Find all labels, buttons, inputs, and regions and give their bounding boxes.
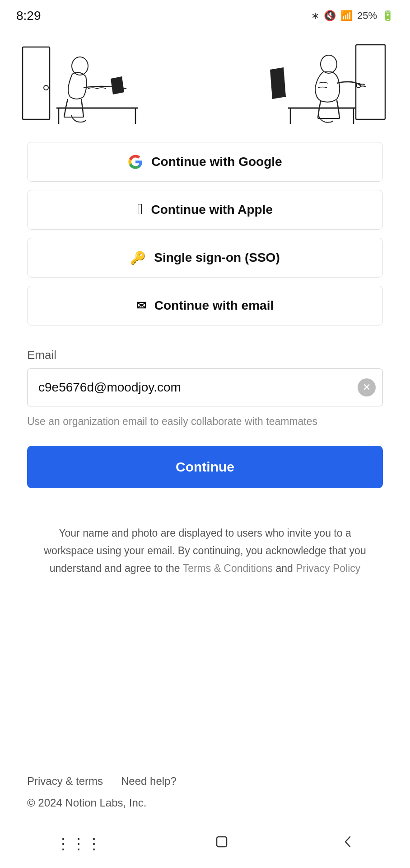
- footer-notice: Your name and photo are displayed to use…: [27, 506, 383, 586]
- main-content: Continue with Google  Continue with App…: [0, 133, 410, 761]
- recents-nav-button[interactable]: ⋮⋮⋮: [42, 830, 115, 857]
- status-bar: 8:29 ∗ 🔇 📶 25% 🔋: [0, 0, 410, 29]
- svg-marker-7: [111, 76, 124, 94]
- key-icon: 🔑: [130, 250, 146, 265]
- sso-button-label: Single sign-on (SSO): [154, 250, 280, 265]
- bluetooth-icon: ∗: [311, 10, 319, 22]
- recents-icon: ⋮⋮⋮: [56, 835, 102, 853]
- privacy-terms-link[interactable]: Privacy & terms: [27, 775, 103, 788]
- email-envelope-icon: ✉: [136, 299, 146, 313]
- back-icon: [342, 833, 354, 854]
- illustration-right-svg: [270, 38, 396, 124]
- svg-rect-9: [356, 45, 385, 119]
- continue-button[interactable]: Continue: [27, 446, 383, 488]
- battery-indicator: 25%: [357, 10, 377, 22]
- email-input[interactable]: [27, 368, 383, 406]
- email-section: Email ✕ Use an organization email to eas…: [27, 348, 383, 506]
- wifi-icon: 📶: [340, 10, 353, 22]
- home-icon: [213, 833, 230, 854]
- need-help-link[interactable]: Need help?: [121, 775, 177, 788]
- svg-rect-16: [217, 837, 227, 847]
- copyright-text: © 2024 Notion Labs, Inc.: [27, 797, 147, 809]
- bottom-nav-bar: ⋮⋮⋮: [0, 823, 410, 868]
- continue-with-email-button[interactable]: ✉ Continue with email: [27, 286, 383, 326]
- battery-icon: 🔋: [382, 10, 394, 22]
- svg-rect-0: [23, 47, 50, 119]
- auth-buttons: Continue with Google  Continue with App…: [27, 142, 383, 326]
- email-label: Email: [27, 348, 383, 362]
- email-hint: Use an organization email to easily coll…: [27, 414, 383, 429]
- svg-point-1: [44, 85, 48, 90]
- clear-icon: ✕: [363, 382, 371, 393]
- continue-with-sso-button[interactable]: 🔑 Single sign-on (SSO): [27, 238, 383, 278]
- home-nav-button[interactable]: [200, 829, 244, 859]
- illustration-left-svg: [14, 38, 140, 124]
- illustration-left: [14, 38, 140, 124]
- email-input-wrapper: ✕: [27, 368, 383, 406]
- email-clear-button[interactable]: ✕: [358, 378, 376, 396]
- back-nav-button[interactable]: [328, 829, 368, 859]
- footer-copyright: © 2024 Notion Labs, Inc.: [0, 792, 410, 823]
- status-icons: ∗ 🔇 📶 25% 🔋: [311, 10, 394, 22]
- google-button-label: Continue with Google: [151, 155, 282, 169]
- illustration-area: [0, 29, 410, 133]
- footer-notice-text2: and: [273, 562, 296, 574]
- continue-with-google-button[interactable]: Continue with Google: [27, 142, 383, 182]
- mute-icon: 🔇: [324, 10, 336, 22]
- continue-with-apple-button[interactable]:  Continue with Apple: [27, 190, 383, 230]
- apple-button-label: Continue with Apple: [151, 203, 273, 217]
- terms-link[interactable]: Terms & Conditions: [183, 562, 273, 574]
- illustration-right: [270, 38, 396, 124]
- google-logo-icon: [128, 154, 143, 170]
- status-time: 8:29: [16, 9, 41, 23]
- svg-point-11: [321, 55, 337, 73]
- privacy-link[interactable]: Privacy Policy: [296, 562, 360, 574]
- continue-button-label: Continue: [176, 459, 234, 474]
- email-button-label: Continue with email: [154, 298, 274, 313]
- svg-marker-8: [270, 67, 286, 99]
- footer-links: Privacy & terms Need help?: [0, 761, 410, 792]
- apple-icon: : [137, 201, 143, 217]
